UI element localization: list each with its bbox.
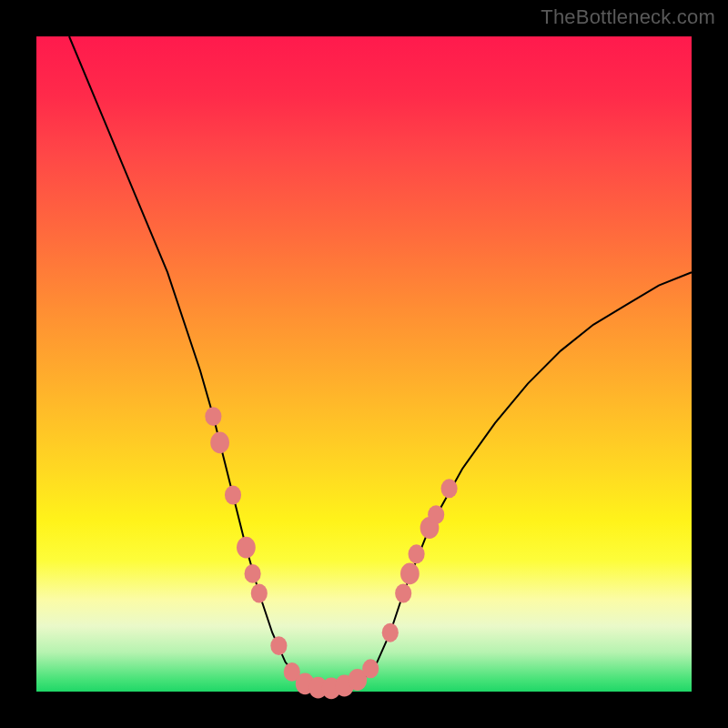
curve-marker: [205, 407, 221, 426]
curve-markers: [205, 407, 457, 699]
chart-container: TheBottleneck.com: [0, 0, 728, 728]
curve-marker: [270, 636, 287, 655]
curve-marker: [251, 584, 268, 603]
curve-svg: [36, 36, 692, 692]
curve-marker: [400, 562, 420, 584]
curve-marker: [237, 537, 256, 559]
curve-marker: [225, 486, 241, 505]
curve-marker: [395, 584, 411, 603]
watermark-text: TheBottleneck.com: [541, 5, 715, 29]
plot-area: [36, 36, 692, 692]
bottleneck-curve: [69, 36, 692, 689]
curve-marker: [210, 431, 229, 453]
curve-marker: [245, 564, 261, 583]
curve-marker: [382, 623, 399, 642]
curve-marker: [441, 479, 458, 498]
curve-marker: [362, 659, 379, 678]
curve-marker: [409, 544, 425, 563]
curve-marker: [428, 505, 444, 524]
